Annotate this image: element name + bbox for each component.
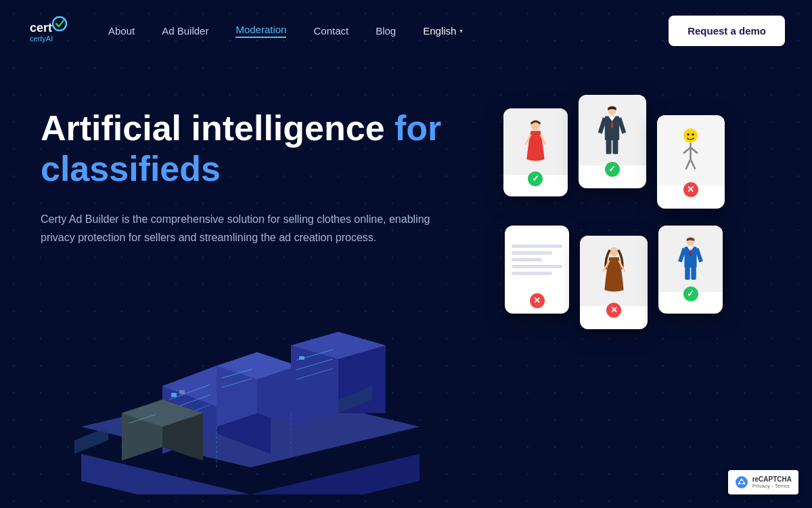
svg-text:cert: cert: [30, 21, 52, 35]
svg-line-44: [619, 118, 624, 133]
logo[interactable]: cert certyAI: [27, 10, 68, 51]
request-demo-button[interactable]: Request a demo: [669, 16, 785, 46]
chevron-down-icon: ▾: [459, 27, 463, 35]
svg-line-50: [691, 147, 698, 153]
emoji-image: [657, 115, 725, 186]
recaptcha-text: reCAPTCHA Privacy - Terms: [752, 475, 792, 489]
text-line: [512, 258, 542, 261]
svg-point-46: [687, 133, 690, 135]
card-man: ✓: [579, 95, 646, 188]
nav-ad-builder[interactable]: Ad Builder: [162, 25, 208, 37]
svg-point-45: [683, 128, 698, 142]
card-brown-dress: ✕: [580, 236, 648, 329]
svg-rect-13: [179, 390, 185, 394]
cards-row-1: ✓: [456, 95, 771, 209]
svg-line-62: [680, 249, 685, 262]
text-line: [512, 265, 562, 268]
card-emoji: ✕: [657, 115, 725, 209]
svg-rect-61: [691, 268, 696, 280]
nav-right: Request a demo: [669, 16, 785, 46]
err-badge-3: ✕: [606, 303, 621, 318]
suit-man-image: [658, 226, 723, 292]
nav-links: About Ad Builder Moderation Contact Blog…: [108, 24, 669, 38]
card-text-only: ✕: [505, 226, 569, 314]
isometric-illustration: [41, 305, 460, 494]
svg-point-47: [692, 133, 694, 135]
svg-line-49: [683, 147, 691, 153]
svg-line-52: [691, 159, 696, 169]
svg-line-43: [600, 118, 605, 133]
svg-rect-60: [685, 268, 690, 280]
hero-title: Artificial intelligence for classifieds: [41, 108, 443, 190]
nav-about[interactable]: About: [108, 25, 135, 37]
svg-rect-29: [299, 356, 304, 360]
dress-image: [503, 108, 568, 175]
man-image: [579, 95, 646, 165]
hero-description: Certy Ad Builder is the comprehensive so…: [41, 210, 433, 247]
brown-dress-image: [580, 236, 648, 306]
navbar: cert certyAI About Ad Builder Moderation…: [0, 0, 812, 61]
card-suit-man: ✓: [658, 226, 723, 314]
ok-badge-2: ✓: [605, 162, 620, 177]
text-line: [512, 272, 552, 275]
nav-moderation[interactable]: Moderation: [235, 24, 286, 38]
nav-blog[interactable]: Blog: [376, 25, 396, 37]
err-badge-2: ✕: [530, 293, 545, 308]
language-selector[interactable]: English ▾: [423, 25, 463, 37]
hero-left: Artificial intelligence for classifieds …: [41, 88, 443, 494]
err-badge: ✕: [683, 182, 698, 197]
text-line: [512, 251, 552, 255]
svg-point-1: [53, 17, 66, 30]
svg-point-53: [610, 247, 618, 257]
hero-section: Artificial intelligence for classifieds …: [0, 61, 812, 494]
recaptcha-badge: reCAPTCHA Privacy - Terms: [728, 470, 798, 494]
nav-contact[interactable]: Contact: [313, 25, 348, 37]
svg-point-65: [740, 481, 743, 484]
svg-line-51: [686, 159, 691, 169]
text-lines-area: [505, 226, 569, 294]
cards-row-2: ✕: [456, 226, 771, 329]
ok-badge-3: ✓: [683, 287, 698, 301]
svg-text:certyAI: certyAI: [30, 35, 53, 43]
ok-badge: ✓: [528, 171, 543, 186]
language-label: English: [423, 25, 456, 37]
card-dress: ✓: [503, 108, 568, 196]
text-line: [512, 245, 562, 248]
svg-rect-42: [612, 139, 618, 154]
svg-marker-30: [74, 427, 108, 454]
svg-rect-12: [171, 393, 177, 397]
svg-line-63: [697, 249, 702, 262]
hero-right: ✓: [443, 88, 771, 494]
svg-rect-41: [606, 139, 612, 154]
